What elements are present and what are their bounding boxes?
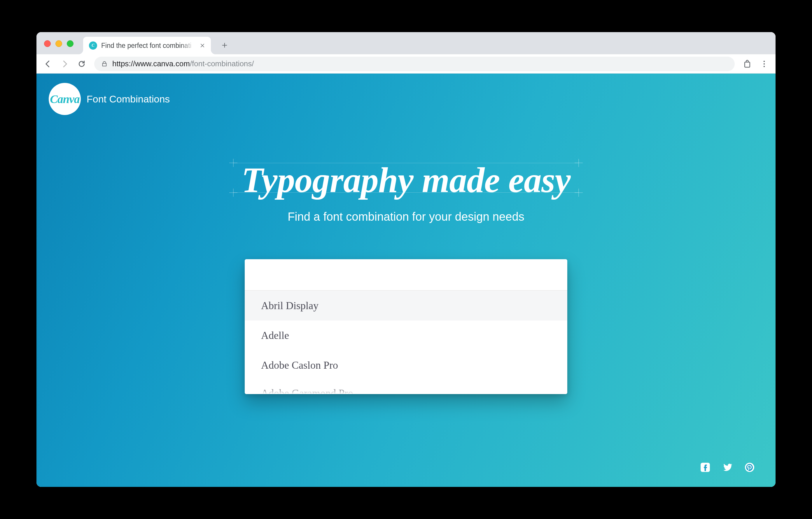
canva-favicon-icon: C	[89, 42, 97, 50]
extension-button[interactable]	[740, 57, 755, 71]
typographic-guide-line	[233, 192, 578, 193]
font-option[interactable]: Abril Display	[245, 291, 567, 321]
browser-toolbar: https://www.canva.com/font-combinations/	[36, 54, 776, 74]
forward-button[interactable]	[57, 57, 72, 71]
site-header: Canva Font Combinations	[49, 83, 170, 115]
close-tab-button[interactable]	[199, 42, 206, 49]
font-search-panel: Abril Display Adelle Adobe Caslon Pro Ad…	[245, 259, 567, 394]
address-bar[interactable]: https://www.canva.com/font-combinations/	[94, 57, 735, 71]
browser-tab[interactable]: C Find the perfect font combinati	[83, 37, 211, 54]
corner-tick-icon	[229, 159, 237, 167]
svg-point-1	[763, 61, 765, 62]
svg-point-3	[763, 66, 765, 67]
font-option[interactable]: Adelle	[245, 321, 567, 350]
corner-tick-icon	[229, 189, 237, 197]
corner-tick-icon	[575, 159, 583, 167]
window-minimize-button[interactable]	[55, 40, 62, 47]
facebook-icon[interactable]	[700, 462, 711, 473]
new-tab-button[interactable]	[220, 40, 230, 50]
font-option[interactable]: Adobe Garamond Pro	[245, 380, 567, 394]
window-close-button[interactable]	[44, 40, 51, 47]
browser-menu-button[interactable]	[757, 57, 772, 71]
typographic-guide-line	[233, 163, 578, 163]
lock-icon	[101, 61, 108, 67]
pinterest-icon[interactable]	[744, 462, 755, 473]
canva-logo-text: Canva	[50, 92, 80, 106]
svg-point-2	[763, 63, 765, 64]
svg-rect-0	[745, 62, 750, 67]
window-controls	[44, 40, 74, 47]
tab-title: Find the perfect font combinati	[101, 42, 195, 50]
site-title: Font Combinations	[87, 93, 170, 105]
reload-button[interactable]	[75, 57, 89, 71]
twitter-icon[interactable]	[722, 462, 733, 473]
browser-window: C Find the perfect font combinati https:…	[36, 32, 776, 487]
canva-logo[interactable]: Canva	[49, 83, 81, 115]
hero-title: Typography made easy	[241, 161, 570, 200]
tab-strip: C Find the perfect font combinati	[36, 32, 776, 54]
hero-section: Typography made easy Find a font combina…	[36, 161, 776, 223]
font-search-input[interactable]	[245, 259, 567, 291]
font-options-list: Abril Display Adelle Adobe Caslon Pro Ad…	[245, 291, 567, 394]
url-text: https://www.canva.com/font-combinations/	[112, 59, 254, 68]
back-button[interactable]	[40, 57, 55, 71]
hero-subtitle: Find a font combination for your design …	[36, 210, 776, 223]
social-links	[700, 462, 755, 473]
hero-title-wrap: Typography made easy	[240, 161, 571, 200]
font-option[interactable]: Adobe Caslon Pro	[245, 350, 567, 380]
window-maximize-button[interactable]	[67, 40, 74, 47]
corner-tick-icon	[575, 189, 583, 197]
page-viewport: Canva Font Combinations Typography made …	[36, 74, 776, 487]
